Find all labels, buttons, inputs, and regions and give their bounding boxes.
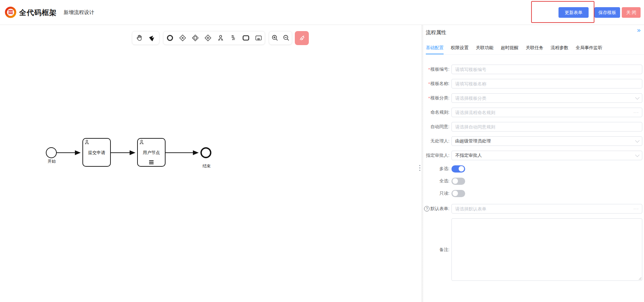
form-row-designated-approver: 指定审批人: <box>422 151 644 160</box>
node-label: 提交申请 <box>88 150 106 155</box>
no-handler-select[interactable] <box>451 136 642 146</box>
form-row-template-no: *模板编号: <box>422 65 644 74</box>
form-row-naming-rule: 命名规则: ··· <box>422 108 644 117</box>
connect-tool-icon[interactable] <box>147 33 158 43</box>
field-label: 只读: <box>439 190 449 196</box>
remarks-textarea[interactable] <box>451 218 642 281</box>
node-task-submit[interactable]: 提交申请 <box>83 138 110 166</box>
toolbar-group-tools <box>132 31 159 45</box>
help-icon: ? <box>424 206 430 211</box>
parallel-gateway-icon[interactable] <box>203 33 213 43</box>
field-label: 模板分类: <box>430 95 449 101</box>
form-row-template-category: *模板分类: <box>422 93 644 103</box>
flow-scroll-icon[interactable] <box>228 33 238 43</box>
default-form-input[interactable] <box>451 204 642 214</box>
start-event-icon[interactable] <box>165 33 175 43</box>
resize-grip-icon[interactable] <box>639 277 642 280</box>
save-template-button[interactable]: 保存模板 <box>594 7 620 18</box>
form-row-multi-select: 多选: <box>422 165 644 173</box>
basic-config-form: *模板编号: *模板名称: *模板分类: 命名规则: ··· 自动同意: 无处理… <box>422 65 644 286</box>
form-row-template-name: *模板名称: <box>422 79 644 88</box>
field-label: 无处理人: <box>430 138 449 144</box>
bpmn-diagram: 开始 提交申请 用户节点 <box>39 136 217 172</box>
properties-panel: 流程属性 » 基础配置 权限设置 关联功能 超时提醒 关联任务 流程参数 全局事… <box>422 25 644 302</box>
hand-tool-icon[interactable] <box>134 33 144 43</box>
tab-timeout-reminder[interactable]: 超时提醒 <box>501 42 518 54</box>
node-end-event[interactable]: 结束 <box>201 148 211 168</box>
required-marker: * <box>428 96 430 101</box>
collapse-panel-icon[interactable]: » <box>637 27 641 33</box>
close-button[interactable]: 关 闭 <box>622 7 641 18</box>
zoom-in-icon[interactable] <box>270 33 280 43</box>
zoom-out-icon[interactable] <box>281 33 291 43</box>
form-row-default-form: ? 默认表单: ··· <box>422 204 644 214</box>
required-marker: * <box>428 81 430 86</box>
collapsed-subprocess-icon[interactable] <box>253 33 264 43</box>
panel-tabs: 基础配置 权限设置 关联功能 超时提醒 关联任务 流程参数 全局事件监听 <box>426 42 644 55</box>
field-label: 指定审批人: <box>426 152 449 159</box>
inclusive-gateway-icon[interactable] <box>190 33 200 43</box>
app-header: 全代码框架 新增流程设计 更新表单 保存模板 关 闭 <box>0 0 644 25</box>
form-row-select-all: 全选: <box>422 177 644 185</box>
tab-related-tasks[interactable]: 关联任务 <box>526 42 543 54</box>
tab-permission-settings[interactable]: 权限设置 <box>451 42 469 54</box>
brand-logo-icon <box>4 6 17 18</box>
template-no-input[interactable] <box>451 65 642 74</box>
more-icon: ··· <box>633 207 639 210</box>
form-row-read-only: 只读: <box>422 190 644 197</box>
page-title: 新增流程设计 <box>64 9 94 16</box>
field-label: 模板名称: <box>430 81 449 87</box>
task-icon[interactable] <box>241 33 251 43</box>
panel-title: 流程属性 <box>426 29 446 36</box>
node-task-user[interactable]: 用户节点 <box>137 138 165 166</box>
toolbar-group-palette <box>163 31 265 45</box>
template-name-input[interactable] <box>451 79 642 88</box>
tab-basic-config[interactable]: 基础配置 <box>426 42 444 54</box>
clear-brush-icon <box>298 35 306 42</box>
form-row-auto-agree: 自动同意: <box>422 122 644 132</box>
tab-related-functions[interactable]: 关联功能 <box>476 42 494 54</box>
auto-agree-input[interactable] <box>451 122 642 132</box>
read-only-toggle[interactable] <box>451 190 465 197</box>
naming-rule-input[interactable] <box>451 108 642 117</box>
node-label: 结束 <box>202 164 211 168</box>
diagram-canvas[interactable]: 开始 提交申请 用户节点 <box>0 25 422 302</box>
field-label: 全选: <box>439 178 449 184</box>
field-label: 自动同意: <box>430 124 449 130</box>
brand-name: 全代码框架 <box>19 8 57 17</box>
node-label: 开始 <box>48 159 56 164</box>
select-all-toggle[interactable] <box>451 178 465 185</box>
field-label: 备注: <box>439 247 449 253</box>
tab-global-event-listener[interactable]: 全局事件监听 <box>576 42 602 54</box>
designated-approver-select[interactable] <box>451 151 642 160</box>
more-icon: ··· <box>633 111 639 114</box>
clear-canvas-button[interactable] <box>295 31 309 45</box>
form-row-remarks: 备注: <box>422 218 644 281</box>
node-start-event[interactable]: 开始 <box>46 148 56 164</box>
toolbar-group-zoom <box>269 31 292 45</box>
multi-select-toggle[interactable] <box>451 165 465 173</box>
field-label: 多选: <box>439 166 449 172</box>
exclusive-gateway-icon[interactable] <box>178 33 188 43</box>
required-marker: * <box>428 67 430 72</box>
panel-resize-handle[interactable] <box>418 165 421 171</box>
form-row-no-handler: 无处理人: <box>422 136 644 146</box>
update-form-button[interactable]: 更新表单 <box>558 7 589 18</box>
template-category-select[interactable] <box>451 93 642 103</box>
field-label: 默认表单: <box>430 206 449 212</box>
node-label: 用户节点 <box>143 150 160 155</box>
user-task-icon[interactable] <box>215 33 226 43</box>
field-label: 命名规则: <box>430 109 449 115</box>
tab-process-params[interactable]: 流程参数 <box>551 42 568 54</box>
field-label: 模板编号: <box>430 66 449 72</box>
